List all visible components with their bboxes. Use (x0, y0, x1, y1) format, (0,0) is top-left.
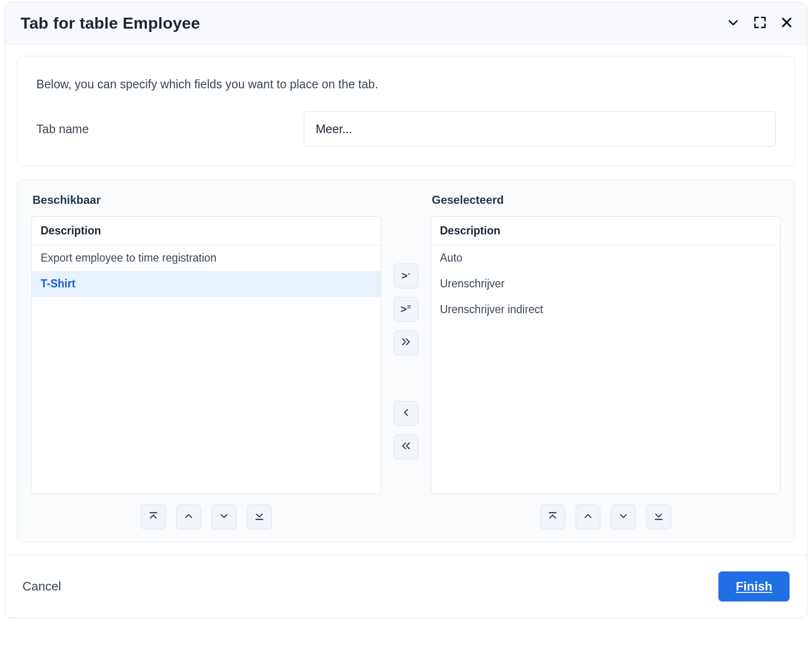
header-actions (727, 17, 793, 30)
chevron-left-icon (400, 407, 412, 420)
tab-name-label: Tab name (36, 122, 294, 136)
chevron-up-icon (582, 510, 594, 524)
double-chevron-right-icon (400, 336, 412, 349)
add-selected-icon: >- (401, 270, 411, 282)
chevron-down-icon (727, 16, 740, 31)
list-item[interactable]: Export employee to time registration (32, 245, 381, 271)
list-item[interactable]: Urenschrijver (431, 271, 780, 297)
move-down-button[interactable] (212, 505, 236, 529)
chevron-down-icon (218, 510, 230, 524)
remove-all-button[interactable] (394, 434, 418, 459)
selected-column-header: Description (431, 217, 780, 245)
intro-text: Below, you can specify which fields you … (36, 77, 776, 91)
tab-settings-panel: Below, you can specify which fields you … (17, 56, 795, 166)
move-bottom-button[interactable] (646, 505, 671, 529)
move-top-button[interactable] (141, 505, 166, 529)
move-top-button[interactable] (540, 505, 565, 529)
close-icon (780, 16, 793, 31)
move-bottom-icon (254, 510, 265, 524)
dialog-footer: Cancel Finish (5, 555, 807, 618)
fullscreen-button[interactable] (753, 17, 767, 30)
available-title: Beschikbaar (32, 193, 381, 207)
list-item[interactable]: Urenschrijver indirect (431, 297, 780, 323)
available-column: Beschikbaar Description Export employee … (32, 193, 381, 529)
collapse-button[interactable] (727, 17, 740, 30)
close-button[interactable] (780, 17, 793, 30)
dialog-header: Tab for table Employee (5, 2, 807, 44)
double-chevron-left-icon (400, 440, 412, 454)
selected-title: Geselecteerd (432, 193, 780, 207)
dialog: Tab for table Employee (5, 2, 807, 618)
selected-reorder-controls (431, 505, 780, 529)
available-listbox[interactable]: Description Export employee to time regi… (32, 216, 381, 494)
transfer-controls: >- >= (392, 193, 420, 529)
available-reorder-controls (32, 505, 381, 529)
selected-column: Geselecteerd Description AutoUrenschrijv… (431, 193, 780, 529)
selected-listbox[interactable]: Description AutoUrenschrijverUrenschrijv… (431, 216, 780, 494)
move-top-icon (148, 510, 159, 524)
remove-selected-button[interactable] (394, 401, 418, 426)
chevron-up-icon (183, 510, 194, 524)
add-selected-alt-icon: >= (400, 303, 411, 316)
cancel-button[interactable]: Cancel (22, 579, 61, 594)
move-down-button[interactable] (611, 505, 636, 529)
chevron-down-icon (618, 510, 629, 524)
fullscreen-icon (753, 16, 767, 31)
finish-button[interactable]: Finish (718, 571, 790, 601)
move-bottom-icon (653, 510, 664, 524)
move-up-button[interactable] (576, 505, 600, 529)
available-column-header: Description (32, 217, 381, 245)
add-selected-alt-button[interactable]: >= (394, 297, 418, 322)
move-top-icon (547, 510, 558, 524)
move-bottom-button[interactable] (247, 505, 272, 529)
finish-button-label: Finish (736, 579, 772, 593)
list-item[interactable]: Auto (431, 245, 780, 271)
move-up-button[interactable] (176, 505, 201, 529)
tab-name-row: Tab name (36, 111, 776, 147)
dual-list-panel: Beschikbaar Description Export employee … (17, 179, 795, 542)
tab-name-input[interactable] (304, 111, 776, 147)
list-item[interactable]: T-Shirt (32, 271, 381, 297)
add-selected-button[interactable]: >- (394, 264, 418, 288)
add-all-button[interactable] (394, 330, 418, 355)
dialog-title: Tab for table Employee (21, 14, 200, 32)
